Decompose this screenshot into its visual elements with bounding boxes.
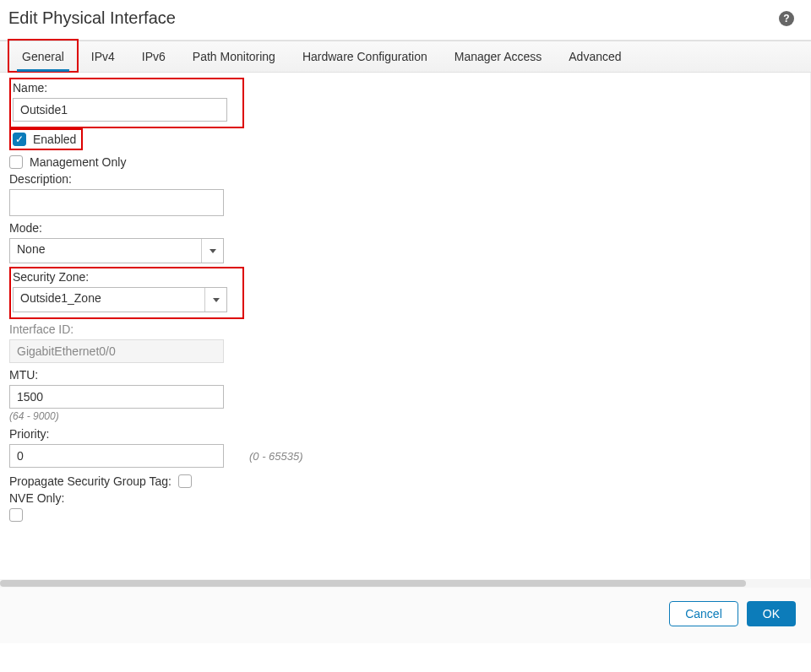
tab-ipv6[interactable]: IPv6 [128, 41, 179, 72]
priority-hint: (0 - 65535) [249, 450, 303, 463]
tab-label: General [22, 50, 64, 63]
propagate-row: Propagate Security Group Tag: [9, 474, 802, 488]
dialog-edit-physical-interface: Edit Physical Interface ? General IPv4 I… [0, 0, 811, 643]
name-section-highlight: Name: [9, 78, 244, 128]
priority-row: Priority: (0 - 65535) [9, 427, 802, 468]
nve-checkbox[interactable] [9, 508, 23, 522]
interface-id-label: Interface ID: [9, 322, 802, 336]
help-icon[interactable]: ? [779, 11, 794, 26]
cancel-button[interactable]: Cancel [669, 601, 738, 626]
description-input[interactable] [9, 189, 224, 216]
security-zone-section-highlight: Security Zone: Outside1_Zone [9, 267, 244, 319]
tab-ipv4[interactable]: IPv4 [78, 41, 128, 72]
dialog-title: Edit Physical Interface [8, 8, 176, 28]
dialog-footer: Cancel OK [0, 588, 811, 643]
tab-path-monitoring[interactable]: Path Monitoring [179, 41, 289, 72]
mtu-row: MTU: (64 - 9000) [9, 368, 802, 422]
mode-select[interactable]: None [9, 238, 224, 263]
tab-bar: General IPv4 IPv6 Path Monitoring Hardwa… [0, 41, 811, 73]
mtu-label: MTU: [9, 368, 802, 382]
security-zone-select[interactable]: Outside1_Zone [13, 287, 227, 312]
form-body: Name: ✓ Enabled Management Only Descript… [0, 73, 811, 579]
description-label: Description: [9, 172, 802, 186]
nve-label: NVE Only: [9, 491, 802, 505]
interface-id-input [9, 339, 224, 363]
enabled-section-highlight: ✓ Enabled [9, 128, 83, 150]
enabled-label: Enabled [33, 133, 76, 146]
scrollbar[interactable] [0, 579, 811, 588]
description-row: Description: [9, 172, 802, 216]
checkmark-icon: ✓ [15, 134, 24, 144]
priority-label: Priority: [9, 427, 802, 441]
enabled-checkbox[interactable]: ✓ [13, 133, 26, 146]
management-only-checkbox[interactable] [9, 155, 23, 169]
name-label: Name: [13, 81, 239, 95]
tab-general[interactable]: General [8, 41, 78, 72]
propagate-checkbox[interactable] [178, 474, 192, 488]
priority-input[interactable] [9, 444, 224, 468]
management-only-row: Management Only [9, 155, 802, 169]
scrollbar-thumb[interactable] [0, 580, 746, 587]
tab-hardware-configuration[interactable]: Hardware Configuration [289, 41, 441, 72]
tab-advanced[interactable]: Advanced [555, 41, 634, 72]
security-zone-label: Security Zone: [13, 270, 237, 284]
name-input[interactable] [13, 98, 227, 122]
management-only-label: Management Only [30, 155, 126, 169]
ok-button[interactable]: OK [747, 601, 796, 626]
tab-manager-access[interactable]: Manager Access [441, 41, 556, 72]
propagate-label: Propagate Security Group Tag: [9, 474, 171, 488]
interface-id-row: Interface ID: [9, 322, 802, 363]
dialog-header: Edit Physical Interface ? [0, 0, 811, 41]
nve-row: NVE Only: [9, 491, 802, 524]
mtu-input[interactable] [9, 385, 224, 409]
mode-row: Mode: None [9, 221, 802, 263]
mtu-hint: (64 - 9000) [9, 410, 802, 422]
mode-label: Mode: [9, 221, 802, 235]
